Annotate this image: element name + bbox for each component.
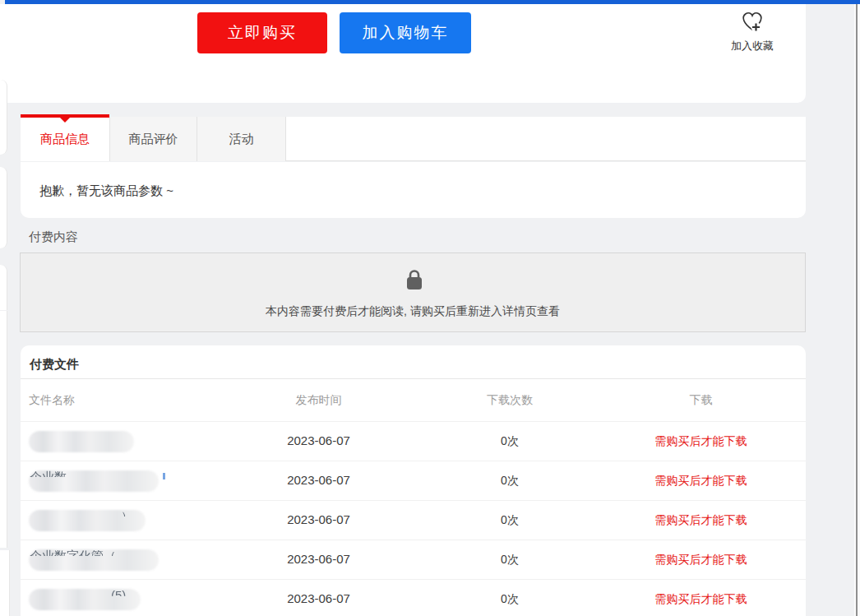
product-tabs: 商品信息 商品评价 活动	[21, 117, 806, 161]
scrollbar-thumb[interactable]	[856, 0, 858, 616]
file-date: 2023-06-07	[230, 473, 407, 487]
file-date: 2023-06-07	[230, 552, 407, 566]
tab-product-info[interactable]: 商品信息	[21, 117, 109, 161]
redacted-file-name: 企业数字化管（	[29, 549, 247, 571]
left-panel-edge	[0, 265, 7, 310]
column-header-date: 发布时间	[230, 393, 407, 408]
product-params-panel: 抱歉，暂无该商品参数 ~	[21, 162, 806, 218]
product-action-section: 立即购买 加入购物车 加入收藏	[0, 4, 806, 103]
paid-content-title: 付费内容	[29, 229, 78, 245]
download-link[interactable]: 需购买后才能下载	[613, 513, 789, 528]
redacted-file-name: ）	[29, 509, 247, 531]
file-download-count: 0次	[407, 592, 613, 607]
download-link[interactable]: 需购买后才能下载	[613, 592, 789, 607]
paid-files-panel: 付费文件 文件名称 发布时间 下载次数 下载 2023-06-07 0次 需购买…	[21, 345, 806, 616]
lock-icon	[405, 268, 424, 294]
file-download-count: 0次	[407, 474, 613, 489]
no-params-message: 抱歉，暂无该商品参数 ~	[39, 183, 173, 199]
file-download-count: 0次	[407, 553, 613, 567]
paid-files-title: 付费文件	[30, 357, 79, 373]
column-header-name: 文件名称	[29, 393, 247, 408]
heart-plus-icon	[738, 22, 766, 36]
table-row: ） 2023-06-07 0次 需购买后才能下载	[21, 500, 806, 540]
files-table-header: 文件名称 发布时间 下载次数 下载	[21, 378, 806, 421]
locked-content-message: 本内容需要付费后才能阅读, 请购买后重新进入详情页查看	[21, 304, 805, 319]
add-favorite-button[interactable]: 加入收藏	[719, 9, 785, 60]
file-date: 2023-06-07	[230, 512, 407, 526]
column-header-download: 下载	[613, 393, 789, 408]
top-blue-bar	[5, 0, 860, 4]
table-row: 企业数 2023-06-07 0次 需购买后才能下载	[21, 461, 806, 500]
column-header-count: 下载次数	[407, 393, 613, 408]
left-panel-edge	[0, 80, 7, 155]
left-panel-edge	[0, 550, 10, 616]
file-date: 2023-06-07	[230, 591, 407, 605]
file-download-count: 0次	[407, 513, 613, 528]
buy-now-button[interactable]: 立即购买	[197, 12, 327, 53]
download-link[interactable]: 需购买后才能下载	[613, 474, 789, 489]
tab-activity[interactable]: 活动	[197, 117, 286, 161]
tab-product-reviews[interactable]: 商品评价	[109, 117, 197, 161]
locked-content-panel: 本内容需要付费后才能阅读, 请购买后重新进入详情页查看	[20, 252, 806, 332]
left-panel-edge	[0, 311, 7, 548]
table-row: 2023-06-07 0次 需购买后才能下载	[21, 421, 806, 461]
redacted-file-name: 企业数	[29, 470, 247, 492]
download-link[interactable]: 需购买后才能下载	[613, 553, 789, 567]
file-download-count: 0次	[407, 434, 613, 449]
left-panel-edge	[0, 167, 7, 248]
file-date: 2023-06-07	[230, 433, 407, 447]
table-row: 企业数字化管（ 2023-06-07 0次 需购买后才能下载	[21, 540, 806, 579]
download-link[interactable]: 需购买后才能下载	[613, 434, 789, 449]
redacted-file-name	[29, 430, 247, 452]
add-to-cart-button[interactable]: 加入购物车	[340, 12, 471, 53]
active-tab-notch	[60, 118, 70, 123]
add-favorite-label: 加入收藏	[719, 39, 785, 53]
redacted-file-name: (5)	[29, 588, 247, 610]
table-row: (5) 2023-06-07 0次 需购买后才能下载	[21, 579, 806, 616]
